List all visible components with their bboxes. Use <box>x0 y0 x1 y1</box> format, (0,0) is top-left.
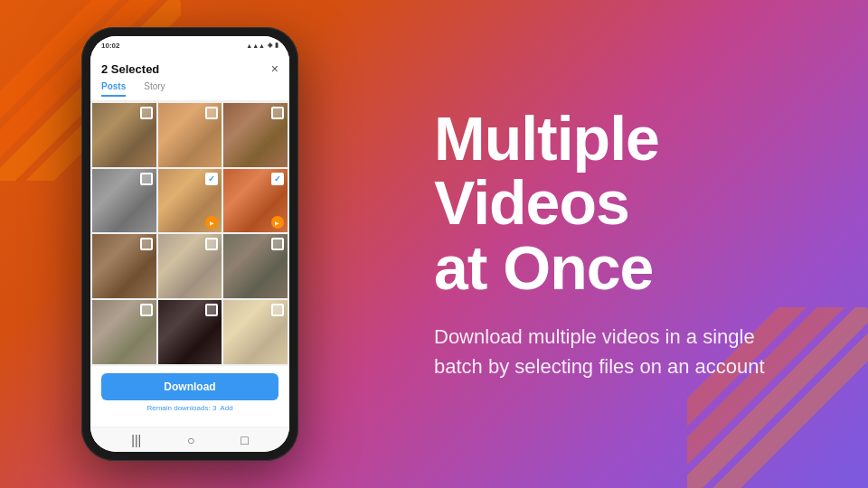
close-button[interactable]: × <box>271 61 278 76</box>
media-cell-3[interactable] <box>223 103 288 167</box>
add-link[interactable]: Add <box>220 404 232 412</box>
media-cell-5[interactable] <box>158 169 222 233</box>
media-cell-6[interactable] <box>223 169 288 233</box>
tab-story[interactable]: Story <box>144 81 165 97</box>
phone-screen: 10:02 ▲▲▲ ◈ ▮ 2 Selected × Posts Story <box>90 36 289 452</box>
headline-line3: at Once <box>434 236 814 300</box>
headline: Multiple Videos at Once <box>434 107 814 300</box>
checkbox-3[interactable] <box>271 107 284 119</box>
right-panel: Multiple Videos at Once Download multipl… <box>398 0 868 488</box>
status-icons: ▲▲▲ ◈ ▮ <box>246 42 278 49</box>
download-section: Download Remain downloads: 3 Add <box>90 366 289 419</box>
checkbox-8[interactable] <box>205 238 218 250</box>
wifi-icon: ◈ <box>268 42 272 49</box>
battery-icon: ▮ <box>275 42 278 49</box>
media-cell-9[interactable] <box>223 234 288 298</box>
nav-back[interactable]: ||| <box>131 433 141 447</box>
checkbox-7[interactable] <box>140 238 153 250</box>
checkbox-10[interactable] <box>140 304 153 316</box>
remain-text: Remain downloads: 3 <box>146 404 216 412</box>
media-cell-10[interactable] <box>92 300 156 364</box>
tab-posts[interactable]: Posts <box>101 81 126 97</box>
media-cell-12[interactable] <box>223 300 288 364</box>
media-cell-1[interactable] <box>92 103 156 167</box>
app-header: 2 Selected × Posts Story <box>90 54 289 101</box>
headline-line2: Videos <box>434 171 814 235</box>
checkbox-1[interactable] <box>140 107 153 119</box>
media-cell-7[interactable] <box>92 234 156 298</box>
headline-line1: Multiple <box>434 107 814 171</box>
checkbox-9[interactable] <box>271 238 284 250</box>
checkbox-11[interactable] <box>205 304 218 316</box>
media-cell-4[interactable] <box>92 169 156 233</box>
remain-info: Remain downloads: 3 Add <box>101 404 278 412</box>
nav-home[interactable]: ○ <box>187 433 194 447</box>
checkbox-5[interactable] <box>205 173 218 185</box>
checkbox-4[interactable] <box>140 173 153 185</box>
phone-mockup: 10:02 ▲▲▲ ◈ ▮ 2 Selected × Posts Story <box>81 27 298 461</box>
nav-recents[interactable]: □ <box>241 433 248 447</box>
checkbox-2[interactable] <box>205 107 218 119</box>
subtext: Download multiple videos in a single bat… <box>434 322 778 381</box>
media-grid <box>90 101 289 366</box>
media-cell-11[interactable] <box>158 300 222 364</box>
media-cell-8[interactable] <box>158 234 222 298</box>
media-cell-2[interactable] <box>158 103 222 167</box>
status-time: 10:02 <box>101 42 119 50</box>
status-bar: 10:02 ▲▲▲ ◈ ▮ <box>90 36 289 54</box>
tabs: Posts Story <box>101 81 278 97</box>
checkbox-12[interactable] <box>271 304 284 316</box>
phone-nav: ||| ○ □ <box>90 427 289 452</box>
selected-count: 2 Selected <box>101 62 159 76</box>
checkbox-6[interactable] <box>271 173 284 185</box>
signal-icon: ▲▲▲ <box>246 42 265 49</box>
download-button[interactable]: Download <box>101 373 278 400</box>
app-header-top: 2 Selected × <box>101 61 278 76</box>
phone-outer: 10:02 ▲▲▲ ◈ ▮ 2 Selected × Posts Story <box>81 27 298 461</box>
